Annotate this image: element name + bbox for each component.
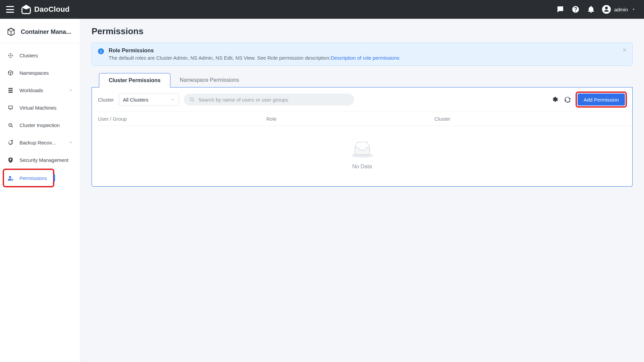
refresh-icon: [564, 96, 571, 103]
chevron-down-icon: [68, 88, 73, 93]
chevron-down-icon: [171, 98, 175, 102]
info-icon: i: [98, 48, 104, 54]
backup-icon: [7, 139, 14, 146]
active-indicator: [53, 174, 55, 182]
cluster-filter-label: Cluster: [98, 97, 114, 103]
namespaces-icon: [7, 69, 14, 76]
search-input[interactable]: [198, 97, 349, 103]
workloads-icon: [7, 86, 14, 94]
svg-point-10: [10, 124, 11, 125]
sidebar: Container Mana... Clusters Namespaces: [0, 19, 80, 362]
col-cluster: Cluster: [434, 116, 603, 122]
inspection-icon: [7, 121, 14, 129]
vm-icon: [7, 104, 14, 111]
page-title: Permissions: [92, 26, 633, 37]
sidebar-item-label: Cluster Inspection: [19, 122, 73, 128]
sidebar-item-virtual-machines[interactable]: Virtual Machines: [3, 99, 76, 116]
sidebar-item-security-management[interactable]: Security Management: [3, 151, 76, 169]
svg-point-6: [11, 54, 12, 54]
help-icon[interactable]: [571, 5, 580, 14]
sidebar-item-label: Clusters: [19, 53, 73, 58]
chevron-down-icon: [631, 7, 636, 12]
alert-description: The default roles are Cluster Admin, NS …: [109, 55, 626, 61]
svg-point-4: [10, 55, 11, 56]
svg-point-8: [11, 56, 12, 57]
brand-mark-icon: [21, 5, 31, 14]
menu-toggle-button[interactable]: [6, 6, 14, 13]
sidebar-item-cluster-inspection[interactable]: Cluster Inspection: [3, 116, 76, 134]
svg-point-5: [9, 54, 9, 54]
col-actions: [603, 116, 626, 122]
module-title: Container Mana...: [21, 28, 71, 36]
sidebar-item-label: Workloads: [19, 87, 63, 93]
clusters-icon: [7, 52, 14, 59]
svg-point-7: [9, 56, 9, 57]
sidebar-item-clusters[interactable]: Clusters: [3, 47, 76, 64]
toolbar: Cluster All Clusters Add Permission: [92, 87, 632, 112]
sidebar-item-workloads[interactable]: Workloads: [3, 81, 76, 99]
alert-desc-text: The default roles are Cluster Admin, NS …: [109, 55, 331, 61]
refresh-button[interactable]: [564, 96, 572, 104]
sidebar-item-label: Namespaces: [19, 70, 73, 76]
main-content: Permissions i Role Permissions The defau…: [80, 19, 644, 362]
svg-point-11: [190, 98, 193, 101]
permissions-panel: Cluster All Clusters Add Permission: [92, 87, 633, 187]
empty-state: No Data: [92, 126, 632, 186]
sidebar-item-label: Permissions: [19, 175, 50, 181]
security-icon: [7, 156, 14, 164]
messages-icon[interactable]: [556, 5, 565, 14]
username-label: admin: [614, 7, 628, 12]
user-menu[interactable]: admin: [602, 5, 636, 14]
top-bar-left: DaoCloud: [6, 5, 69, 14]
sidebar-item-label: Backup Recov...: [19, 140, 63, 145]
container-module-icon: [6, 27, 16, 37]
col-user-group: User / Group: [98, 116, 266, 122]
svg-point-1: [8, 55, 9, 56]
alert-desc-link[interactable]: Description of role permissions: [331, 55, 399, 61]
sidebar-item-permissions[interactable]: Permissions: [3, 169, 54, 187]
avatar-icon: [602, 5, 611, 14]
sidebar-item-namespaces[interactable]: Namespaces: [3, 64, 76, 81]
search-icon: [189, 97, 195, 102]
sidebar-item-label: Virtual Machines: [19, 105, 73, 111]
brand-logo[interactable]: DaoCloud: [21, 5, 69, 14]
alert-body: Role Permissions The default roles are C…: [109, 48, 626, 61]
brand-name: DaoCloud: [34, 5, 69, 14]
settings-button[interactable]: [551, 96, 559, 104]
svg-point-0: [10, 53, 11, 54]
permissions-icon: [7, 174, 14, 182]
svg-point-3: [10, 57, 11, 58]
permission-tabs: Cluster Permissions Namespace Permission…: [92, 73, 633, 87]
add-permission-button[interactable]: Add Permission: [578, 94, 625, 106]
sidebar-nav: Clusters Namespaces Workloads: [0, 47, 80, 187]
top-bar-right: admin: [556, 5, 636, 14]
add-permission-highlight: Add Permission: [576, 92, 626, 107]
notifications-icon[interactable]: [587, 5, 595, 14]
module-header[interactable]: Container Mana...: [0, 25, 80, 43]
gear-icon: [551, 96, 558, 103]
sidebar-item-backup-recovery[interactable]: Backup Recov...: [3, 134, 76, 151]
cluster-select[interactable]: All Clusters: [119, 94, 179, 106]
alert-close-button[interactable]: [621, 46, 628, 54]
close-icon: [622, 48, 627, 52]
cluster-select-value: All Clusters: [123, 97, 149, 103]
permissions-table: User / Group Role Cluster No Data: [92, 112, 632, 186]
tab-namespace-permissions[interactable]: Namespace Permissions: [170, 73, 249, 87]
alert-title: Role Permissions: [109, 48, 626, 54]
tab-cluster-permissions[interactable]: Cluster Permissions: [99, 73, 170, 87]
search-box[interactable]: [184, 94, 354, 106]
chevron-down-icon: [68, 140, 73, 145]
table-header: User / Group Role Cluster: [92, 112, 632, 126]
svg-point-2: [12, 55, 13, 56]
sidebar-item-label: Security Management: [19, 157, 73, 163]
col-role: Role: [266, 116, 435, 122]
role-permissions-alert: i Role Permissions The default roles are…: [92, 43, 633, 66]
empty-tray-icon: [350, 139, 375, 158]
empty-text: No Data: [352, 164, 372, 170]
top-bar: DaoCloud admin: [0, 0, 644, 19]
